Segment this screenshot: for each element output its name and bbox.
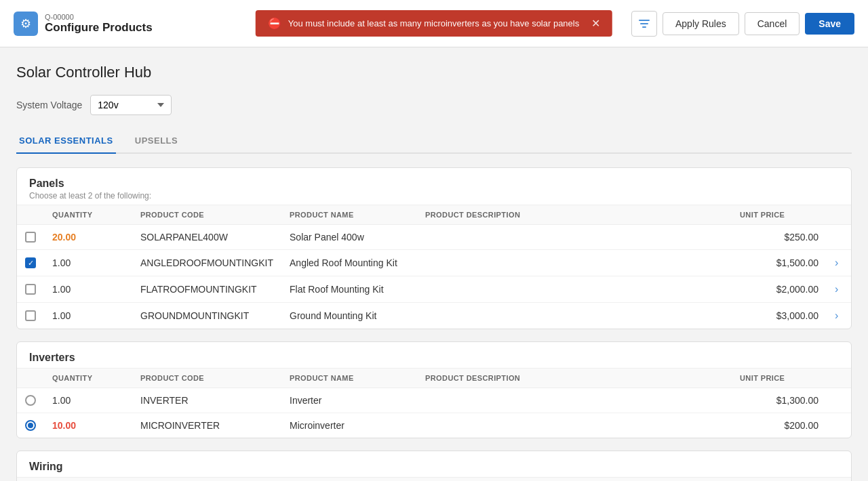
row-desc bbox=[417, 250, 732, 276]
app-title: Configure Products bbox=[45, 21, 153, 35]
panels-col-desc: PRODUCT DESCRIPTION bbox=[417, 205, 732, 225]
inv-col-code: PRODUCT CODE bbox=[132, 369, 281, 388]
row-name: Solar Panel 400w bbox=[281, 225, 417, 250]
row-qty: 1.00 bbox=[44, 250, 132, 276]
radio[interactable] bbox=[25, 395, 36, 406]
row-price: $250.00 bbox=[732, 225, 827, 250]
checkbox[interactable] bbox=[25, 257, 36, 268]
row-action[interactable]: › bbox=[827, 276, 851, 303]
wiring-section: Wiring QUANTITY PRODUCT CODE PRODUCT NAM… bbox=[16, 451, 852, 481]
row-price: $2,000.00 bbox=[732, 276, 827, 303]
row-price: $1,500.00 bbox=[732, 250, 827, 276]
wir-col-price: UNIT PRICE bbox=[732, 478, 827, 482]
row-code: ANGLEDROOFMOUNTINGKIT bbox=[132, 250, 281, 276]
chevron-right-icon[interactable]: › bbox=[835, 257, 838, 269]
inverters-title: Inverters bbox=[29, 352, 839, 364]
row-name: Ground Mounting Kit bbox=[281, 303, 417, 329]
table-row: 1.00 GROUNDMOUNTINGKIT Ground Mounting K… bbox=[17, 303, 851, 329]
panels-col-sel bbox=[17, 205, 44, 225]
chevron-right-icon[interactable]: › bbox=[835, 283, 838, 295]
tab-solar-essentials[interactable]: SOLAR ESSENTIALS bbox=[16, 129, 116, 154]
row-qty: 1.00 bbox=[44, 388, 132, 413]
row-selector[interactable] bbox=[17, 303, 44, 329]
row-desc bbox=[417, 413, 732, 438]
tab-upsells[interactable]: UPSELLS bbox=[132, 129, 180, 154]
page-title: Solar Controller Hub bbox=[16, 64, 852, 81]
wiring-header: Wiring bbox=[17, 451, 851, 477]
cancel-button[interactable]: Cancel bbox=[745, 12, 800, 35]
checkbox[interactable] bbox=[25, 232, 36, 243]
inv-col-action bbox=[827, 369, 851, 388]
row-code: MICROINVERTER bbox=[132, 413, 281, 438]
panels-section: Panels Choose at least 2 of the followin… bbox=[16, 167, 852, 329]
row-selector[interactable] bbox=[17, 225, 44, 250]
system-voltage-select[interactable]: 120v 240v bbox=[90, 95, 172, 115]
system-voltage-row: System Voltage 120v 240v bbox=[16, 95, 852, 115]
row-price: $3,000.00 bbox=[732, 303, 827, 329]
brand-icon: ⚙ bbox=[14, 12, 38, 36]
apply-rules-button[interactable]: Apply Rules bbox=[663, 12, 739, 35]
row-name: Flat Roof Mounting Kit bbox=[281, 276, 417, 303]
inverters-section: Inverters QUANTITY PRODUCT CODE PRODUCT … bbox=[16, 341, 852, 438]
row-code: FLATROOFMOUNTINGKIT bbox=[132, 276, 281, 303]
row-action[interactable]: › bbox=[827, 303, 851, 329]
row-action bbox=[827, 413, 851, 438]
header-actions: Apply Rules Cancel Save bbox=[631, 11, 854, 37]
wir-col-name: PRODUCT NAME bbox=[281, 478, 417, 482]
radio[interactable] bbox=[25, 420, 36, 431]
row-selector[interactable] bbox=[17, 413, 44, 438]
panels-col-action bbox=[827, 205, 851, 225]
panels-title: Panels bbox=[29, 177, 839, 190]
quote-number: Q-00000 bbox=[45, 13, 153, 21]
row-qty: 1.00 bbox=[44, 303, 132, 329]
row-qty: 1.00 bbox=[44, 276, 132, 303]
chevron-right-icon[interactable]: › bbox=[835, 310, 838, 322]
row-selector[interactable] bbox=[17, 276, 44, 303]
row-action bbox=[827, 225, 851, 250]
row-action bbox=[827, 388, 851, 413]
table-row: 20.00 SOLARPANEL400W Solar Panel 400w $2… bbox=[17, 225, 851, 250]
wir-col-action bbox=[827, 478, 851, 482]
panels-table: QUANTITY PRODUCT CODE PRODUCT NAME PRODU… bbox=[17, 205, 851, 329]
row-desc bbox=[417, 225, 732, 250]
row-name: Microinverter bbox=[281, 413, 417, 438]
system-voltage-label: System Voltage bbox=[16, 100, 82, 110]
checkbox[interactable] bbox=[25, 310, 36, 321]
wir-col-sel bbox=[17, 478, 44, 482]
table-row: 1.00 FLATROOFMOUNTINGKIT Flat Roof Mount… bbox=[17, 276, 851, 303]
brand: ⚙ Q-00000 Configure Products bbox=[14, 12, 153, 36]
panels-col-qty: QUANTITY bbox=[44, 205, 132, 225]
filter-button[interactable] bbox=[631, 11, 657, 37]
table-row: 10.00 MICROINVERTER Microinverter $200.0… bbox=[17, 413, 851, 438]
table-row: 1.00 ANGLEDROOFMOUNTINGKIT Angled Roof M… bbox=[17, 250, 851, 276]
app-header: ⚙ Q-00000 Configure Products ⛔ You must … bbox=[0, 0, 868, 47]
filter-icon bbox=[639, 18, 650, 29]
row-selector[interactable] bbox=[17, 388, 44, 413]
row-code: GROUNDMOUNTINGKIT bbox=[132, 303, 281, 329]
row-desc bbox=[417, 276, 732, 303]
checkbox[interactable] bbox=[25, 284, 36, 295]
alert-banner: ⛔ You must include at least as many micr… bbox=[256, 10, 612, 37]
row-action[interactable]: › bbox=[827, 250, 851, 276]
tabs: SOLAR ESSENTIALS UPSELLS bbox=[16, 129, 852, 154]
inv-col-sel bbox=[17, 369, 44, 388]
panels-col-price: UNIT PRICE bbox=[732, 205, 827, 225]
wir-col-qty: QUANTITY bbox=[44, 478, 132, 482]
row-code: SOLARPANEL400W bbox=[132, 225, 281, 250]
inverters-table: QUANTITY PRODUCT CODE PRODUCT NAME PRODU… bbox=[17, 368, 851, 438]
panels-col-code: PRODUCT CODE bbox=[132, 205, 281, 225]
save-button[interactable]: Save bbox=[805, 13, 854, 35]
panels-header: Panels Choose at least 2 of the followin… bbox=[17, 168, 851, 205]
close-icon[interactable]: ✕ bbox=[591, 17, 600, 30]
row-name: Angled Roof Mounting Kit bbox=[281, 250, 417, 276]
panels-col-name: PRODUCT NAME bbox=[281, 205, 417, 225]
row-qty: 10.00 bbox=[44, 413, 132, 438]
row-price: $1,300.00 bbox=[732, 388, 827, 413]
row-qty: 20.00 bbox=[44, 225, 132, 250]
inv-col-qty: QUANTITY bbox=[44, 369, 132, 388]
alert-message: You must include at least as many microi… bbox=[288, 18, 579, 28]
alert-icon: ⛔ bbox=[268, 17, 281, 30]
row-desc bbox=[417, 388, 732, 413]
row-selector[interactable] bbox=[17, 250, 44, 276]
inv-col-price: UNIT PRICE bbox=[732, 369, 827, 388]
